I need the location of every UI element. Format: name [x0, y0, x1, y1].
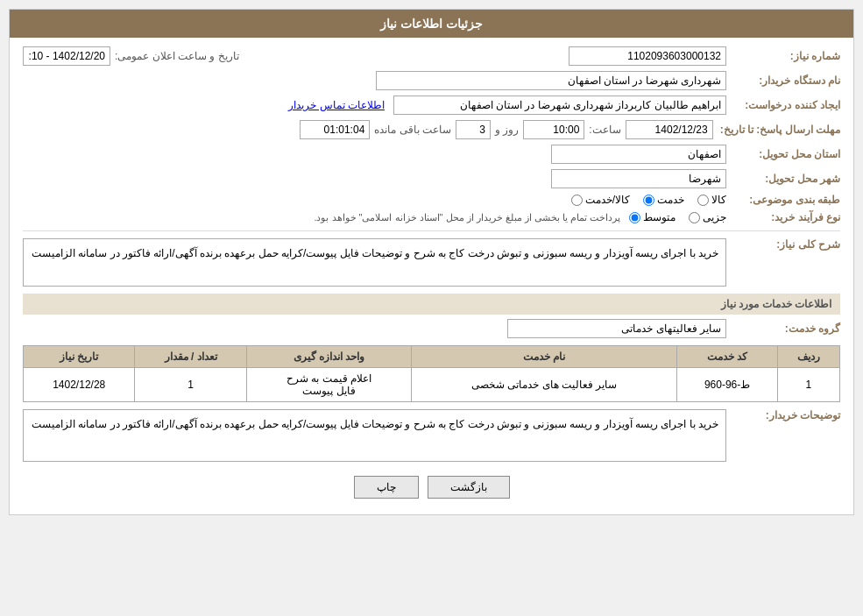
category-label: طبقه بندی موضوعی:	[726, 194, 840, 206]
back-button[interactable]: بازگشت	[428, 476, 510, 499]
buyer-desc-box: خرید با اجرای ریسه آویزدار و ریسه سبوزنی…	[23, 409, 726, 462]
radio-jozi[interactable]: جزیی	[689, 211, 726, 223]
col-row: ردیف	[777, 346, 839, 368]
col-unit: واحد اندازه گیری	[246, 346, 411, 368]
buyer-desc-label: توضیحات خریدار:	[726, 409, 840, 421]
service-group-label: گروه خدمت:	[726, 322, 840, 335]
cell-name: سایر فعالیت های خدماتی شخصی	[412, 368, 677, 402]
print-button[interactable]: چاپ	[354, 476, 419, 499]
city-label: شهر محل تحویل:	[726, 173, 840, 185]
announce-label: تاریخ و ساعت اعلان عمومی:	[115, 50, 239, 62]
page-title: جزئیات اطلاعات نیاز	[10, 10, 853, 38]
radio-khedmat[interactable]: خدمت	[643, 194, 684, 206]
cell-code: ط-96-960	[677, 368, 778, 402]
cell-date: 1402/12/28	[24, 368, 135, 402]
radio-kala-label: کالا	[711, 194, 726, 206]
buyer-org-input[interactable]	[376, 71, 726, 90]
services-title: اطلاعات خدمات مورد نیاز	[23, 294, 840, 315]
radio-khedmat-input[interactable]	[643, 195, 654, 206]
col-date: تاریخ نیاز	[24, 346, 135, 368]
need-number-label: شماره نیاز:	[726, 50, 840, 62]
province-label: استان محل تحویل:	[726, 148, 840, 160]
general-desc-label: شرح کلی نیاز:	[726, 238, 840, 251]
deadline-time-label: ساعت:	[589, 124, 620, 136]
radio-khedmat-label: خدمت	[657, 194, 684, 206]
province-input[interactable]	[551, 145, 726, 164]
deadline-time-input[interactable]	[523, 120, 584, 139]
services-table-container: ردیف کد خدمت نام خدمت واحد اندازه گیری ت…	[23, 345, 840, 402]
creator-label: ایجاد کننده درخواست:	[726, 99, 840, 111]
general-desc-box: خرید با اجرای ریسه آویزدار و ریسه سبوزنی…	[23, 238, 726, 287]
radio-mottavaset-input[interactable]	[629, 212, 640, 223]
deadline-remaining-label: ساعت باقی مانده	[374, 124, 451, 136]
cell-qty: 1	[135, 368, 246, 402]
deadline-label: مهلت ارسال پاسخ: تا تاریخ:	[713, 124, 840, 136]
radio-kala-input[interactable]	[697, 195, 709, 206]
radio-kala-khedmat[interactable]: کالا/خدمت	[571, 194, 630, 206]
need-number-input[interactable]	[569, 46, 726, 66]
deadline-day-label: روز و	[495, 124, 519, 136]
buyer-desc-text: خرید با اجرای ریسه آویزدار و ریسه سبوزنی…	[32, 418, 718, 430]
deadline-days-input[interactable]	[456, 120, 491, 139]
deadline-remaining-input[interactable]	[300, 120, 370, 139]
services-table: ردیف کد خدمت نام خدمت واحد اندازه گیری ت…	[23, 345, 840, 402]
col-qty: تعداد / مقدار	[135, 346, 246, 368]
radio-kala[interactable]: کالا	[697, 194, 726, 206]
announce-input[interactable]	[23, 46, 110, 66]
cell-row: 1	[777, 368, 839, 402]
col-name: نام خدمت	[412, 346, 677, 368]
creator-input[interactable]	[393, 96, 726, 115]
general-desc-text: خرید با اجرای ریسه آویزدار و ریسه سبوزنی…	[32, 247, 718, 259]
category-radio-group: کالا خدمت کالا/خدمت	[571, 194, 726, 206]
city-input[interactable]	[551, 169, 726, 188]
service-group-input[interactable]	[507, 319, 726, 338]
table-row: 1 ط-96-960 سایر فعالیت های خدماتی شخصی ا…	[24, 368, 840, 402]
cell-unit: اعلام قیمت به شرحفایل پیوست	[246, 368, 411, 402]
radio-jozi-input[interactable]	[689, 212, 700, 223]
deadline-date-input[interactable]	[626, 120, 713, 139]
purchase-type-group: جزیی متوسط	[629, 211, 726, 223]
buttons-row: بازگشت چاپ	[23, 467, 840, 506]
radio-mottavaset-label: متوسط	[643, 211, 676, 223]
radio-mottavaset[interactable]: متوسط	[629, 211, 676, 223]
col-code: کد خدمت	[677, 346, 778, 368]
buyer-org-label: نام دستگاه خریدار:	[726, 74, 840, 87]
purchase-type-label: نوع فرآیند خرید:	[726, 211, 840, 223]
contact-link[interactable]: اطلاعات تماس خریدار	[288, 99, 385, 111]
radio-jozi-label: جزیی	[703, 211, 726, 223]
radio-kala-khedmat-label: کالا/خدمت	[585, 194, 630, 206]
purchase-type-note: پرداخت تمام یا بخشی از مبلغ خریدار از مح…	[314, 212, 620, 223]
radio-kala-khedmat-input[interactable]	[571, 195, 583, 206]
